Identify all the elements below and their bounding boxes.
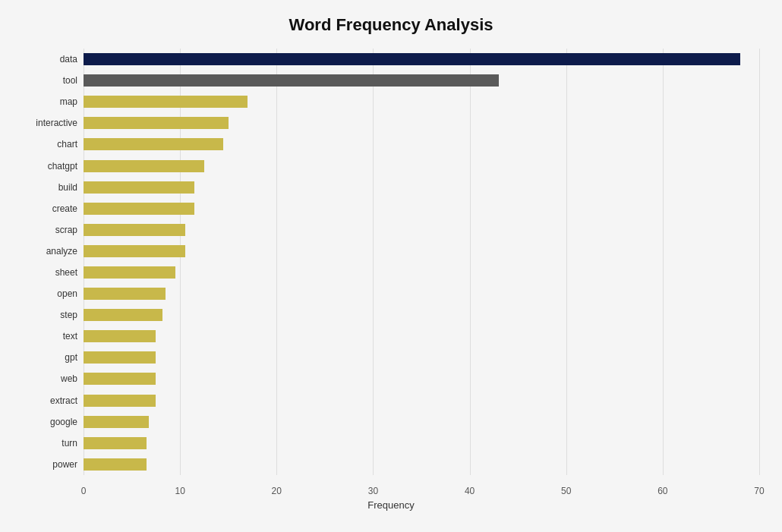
y-label: step [60, 307, 77, 323]
y-label: build [58, 179, 77, 196]
chart-container: Word Frequency Analysis datatoolmapinter… [0, 0, 782, 532]
y-label: text [63, 328, 77, 345]
x-tick: 10 [175, 486, 184, 496]
y-label: create [52, 200, 77, 217]
bar-row [84, 243, 759, 260]
y-label: extract [50, 392, 77, 409]
bar-row [84, 222, 759, 238]
bars-and-grid: 010203040506070 [84, 49, 759, 496]
bar-row [84, 370, 759, 387]
bar-row [84, 136, 759, 153]
x-tick: 30 [368, 486, 378, 496]
bar-row [84, 179, 759, 196]
y-label: map [60, 93, 77, 110]
bar-web [84, 373, 156, 385]
bar-scrap [84, 224, 185, 236]
x-tick: 70 [754, 486, 764, 496]
y-label: power [52, 456, 77, 473]
y-label: analyze [46, 243, 77, 260]
bar-power [84, 458, 147, 471]
x-tick: 0 [81, 486, 87, 496]
y-label: data [60, 51, 77, 68]
chart-title: Word Frequency Analysis [23, 15, 759, 35]
x-tick: 20 [272, 486, 282, 496]
bar-row [84, 349, 759, 366]
bar-row [84, 158, 759, 175]
y-axis: datatoolmapinteractivechartchatgptbuildc… [23, 49, 84, 496]
bar-row [84, 328, 759, 345]
bar-row [84, 264, 759, 281]
bar-turn [84, 437, 147, 449]
bar-chart [84, 138, 223, 150]
bar-row [84, 435, 759, 452]
bar-extract [84, 395, 156, 407]
bar-row [84, 414, 759, 430]
bar-analyze [84, 245, 185, 257]
x-tick: 40 [465, 486, 475, 496]
x-tick: 60 [657, 486, 667, 496]
y-label: chart [57, 136, 77, 153]
grid-line [566, 49, 567, 475]
bar-row [84, 93, 759, 110]
y-label: turn [61, 435, 77, 452]
grid-line [759, 49, 760, 475]
y-label: chatgpt [48, 158, 77, 175]
bar-google [84, 416, 149, 428]
bar-row [84, 51, 759, 68]
bar-data [84, 53, 740, 65]
bar-row [84, 285, 759, 302]
grid-line [84, 49, 84, 475]
bar-row [84, 200, 759, 217]
bar-row [84, 115, 759, 131]
y-label: sheet [55, 264, 77, 281]
bar-build [84, 181, 194, 194]
bar-create [84, 203, 194, 215]
bar-text [84, 330, 156, 342]
y-label: google [50, 414, 77, 430]
grid-line [180, 49, 181, 475]
y-label: gpt [65, 349, 77, 366]
grid-area [84, 49, 759, 496]
bar-interactive [84, 117, 229, 129]
bar-open [84, 288, 166, 300]
bar-row [84, 392, 759, 409]
bar-chatgpt [84, 160, 204, 172]
bar-tool [84, 74, 499, 87]
grid-lines [84, 49, 759, 475]
grid-line [373, 49, 374, 475]
bar-step [84, 309, 162, 321]
y-label: tool [63, 72, 77, 89]
y-label: scrap [55, 222, 77, 238]
y-label: interactive [36, 115, 77, 131]
bar-sheet [84, 266, 175, 279]
grid-line [663, 49, 664, 475]
x-axis-title: Frequency [23, 499, 759, 511]
x-tick: 50 [561, 486, 571, 496]
bar-gpt [84, 351, 156, 364]
y-label: open [57, 285, 77, 302]
bar-map [84, 96, 248, 108]
grid-line [470, 49, 471, 475]
y-label: web [61, 370, 77, 387]
bar-row [84, 456, 759, 473]
chart-area: datatoolmapinteractivechartchatgptbuildc… [23, 49, 759, 496]
bar-row [84, 72, 759, 89]
x-axis-labels: 010203040506070 [84, 475, 759, 496]
grid-line [276, 49, 277, 475]
bar-row [84, 307, 759, 323]
